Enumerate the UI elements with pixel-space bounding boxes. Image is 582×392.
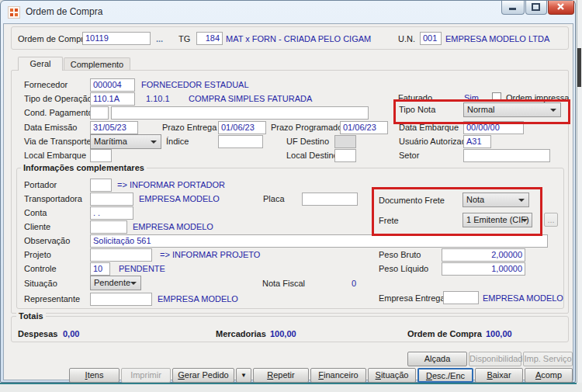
situacao-button[interactable]: Situação [368, 368, 416, 383]
tab-geral[interactable]: Geral [18, 57, 63, 71]
nota-fiscal-value: 0 [352, 279, 356, 288]
info-complementares-legend: Informações complementares [21, 163, 147, 172]
projeto-hint: => INFORMAR PROJETO [160, 250, 260, 259]
chevron-down-icon [518, 199, 525, 202]
indice-input[interactable] [218, 135, 263, 148]
tipo-operacao-input[interactable]: 110.1A [90, 92, 135, 106]
ordem-impressa-checkbox[interactable] [492, 92, 501, 102]
cliente-label: Cliente [24, 222, 50, 231]
gerar-pedido-dropdown-button[interactable]: ▼ [236, 368, 251, 383]
setor-input[interactable] [463, 149, 550, 162]
cliente-input[interactable] [90, 220, 127, 234]
portador-label: Portador [24, 180, 57, 189]
imp-servico-button: Imp. Serviço [523, 352, 573, 366]
tg-input[interactable]: 184 [196, 32, 223, 45]
portador-hint: => INFORMAR PORTADOR [117, 180, 225, 189]
frete-dropdown[interactable]: 1 Emitente (CIF) [462, 213, 532, 227]
itens-button[interactable]: Itens [69, 368, 120, 383]
usuario-autorizado-input[interactable]: A31 [463, 135, 491, 148]
tipo-nota-label: Tipo Nota [399, 105, 435, 114]
projeto-input[interactable] [90, 248, 152, 262]
situacao-dropdown[interactable]: Pendente [90, 276, 141, 290]
tipo-nota-dropdown[interactable]: Normal [463, 102, 561, 117]
totais-legend: Totais [16, 311, 46, 321]
peso-liquido-input[interactable]: 1,00000 [442, 262, 525, 276]
titlebar[interactable]: Ordem de Compra [1, 1, 575, 23]
ordem-lookup-ellipsis-button[interactable]: ... [156, 34, 163, 43]
conta-label: Conta [24, 208, 47, 217]
gerar-pedido-button[interactable]: Gerar Pedido [172, 368, 234, 383]
empresa-entrega-label: Empresa Entrega [379, 293, 445, 303]
cond-pagamento-desc-input[interactable] [111, 106, 369, 120]
via-transporte-dropdown[interactable]: Marítima [90, 134, 161, 149]
local-embarque-input[interactable] [90, 149, 112, 162]
portador-input[interactable] [90, 179, 112, 192]
alcada-button[interactable]: Alçada [407, 352, 467, 366]
mercadorias-value: 100,00 [270, 329, 296, 338]
desc-enc-button[interactable]: Desc./Enc [417, 368, 473, 383]
conta-input[interactable]: . . [90, 206, 133, 220]
dropdown-arrow-icon: ▼ [237, 369, 251, 383]
placa-input[interactable] [302, 193, 358, 206]
transportadora-description: EMPRESA MODELO [139, 194, 220, 203]
tg-label: TG [178, 34, 190, 43]
documento-frete-dropdown[interactable]: Nota [462, 193, 529, 207]
close-button[interactable] [548, 1, 574, 15]
fornecedor-description: FORNECEDOR ESTADUAL [141, 80, 249, 89]
transportadora-input[interactable] [90, 193, 133, 206]
imprimir-button: Imprimir [121, 368, 171, 383]
local-destino-input[interactable] [334, 149, 356, 162]
cond-pagamento-label: Cond. Pagamento [24, 108, 93, 117]
observacao-input[interactable]: Solicitação 561 [90, 234, 548, 248]
controle-description: PENDENTE [119, 264, 165, 273]
frete-lookup-button: ... [544, 213, 558, 227]
repetir-button[interactable]: Repetir [253, 368, 309, 383]
prazo-programado-label: Prazo Programado [271, 123, 342, 132]
data-emissao-label: Data Emissão [24, 123, 77, 132]
fornecedor-input[interactable]: 000004 [90, 78, 135, 92]
empresa-entrega-input[interactable] [443, 291, 479, 304]
documento-frete-label: Documento Frete [379, 196, 445, 205]
maximize-button[interactable] [525, 1, 547, 15]
local-destino-label: Local Destino [286, 151, 338, 160]
baixar-button[interactable]: Baixar [475, 368, 523, 383]
chevron-down-icon [550, 109, 556, 112]
representante-input[interactable] [90, 293, 152, 306]
prazo-entrega-input[interactable]: 01/06/23 [218, 121, 266, 134]
observacao-label: Observação [24, 236, 70, 245]
background-scrollbar-thumb[interactable] [577, 48, 581, 87]
screen: Ordem de Compra Ordem de Compra 10119 ..… [0, 0, 582, 392]
uf-destino-label: UF Destino [286, 137, 329, 146]
minimize-button[interactable] [501, 1, 525, 15]
placa-label: Placa [263, 194, 285, 203]
ordem-compra-total-value: 100,00 [486, 329, 512, 338]
representante-description: EMPRESA MODELO [158, 294, 238, 304]
controle-input[interactable]: 10 [90, 262, 110, 276]
cond-pagamento-code-input[interactable] [90, 106, 109, 120]
acomp-button[interactable]: Acomp [525, 368, 573, 383]
fornecedor-label: Fornecedor [24, 80, 68, 89]
prazo-programado-input[interactable]: 01/06/23 [340, 121, 388, 134]
peso-bruto-label: Peso Bruto [379, 250, 421, 259]
financeiro-button[interactable]: Financeiro [310, 368, 366, 383]
ordem-compra-total-label: Ordem de Compra [407, 329, 482, 338]
mercadorias-label: Mercadorias [216, 329, 266, 338]
prazo-entrega-label: Prazo Entrega [162, 123, 217, 132]
frete-label: Frete [379, 216, 399, 225]
peso-bruto-input[interactable]: 2,00000 [442, 248, 525, 262]
data-embarque-input[interactable]: 00/00/00 [463, 121, 524, 134]
tipo-operacao-description: COMPRA SIMPLES FATURADA [189, 94, 312, 103]
nota-fiscal-label: Nota Fiscal [262, 279, 305, 288]
ordem-de-compra-input[interactable]: 10119 [82, 32, 151, 45]
via-transporte-label: Via de Transporte [24, 137, 92, 146]
tab-complemento[interactable]: Complemento [64, 57, 130, 71]
controle-label: Controle [24, 264, 57, 273]
peso-liquido-label: Peso Líquido [379, 264, 428, 273]
data-emissao-input[interactable]: 31/05/23 [90, 121, 138, 134]
indice-label: Índice [166, 137, 189, 146]
ordem-impressa-label: Ordem impressa [506, 93, 569, 102]
un-input[interactable]: 001 [420, 32, 442, 45]
local-embarque-label: Local Embarque [24, 151, 86, 160]
projeto-label: Projeto [24, 250, 51, 259]
chevron-down-icon [130, 282, 137, 285]
